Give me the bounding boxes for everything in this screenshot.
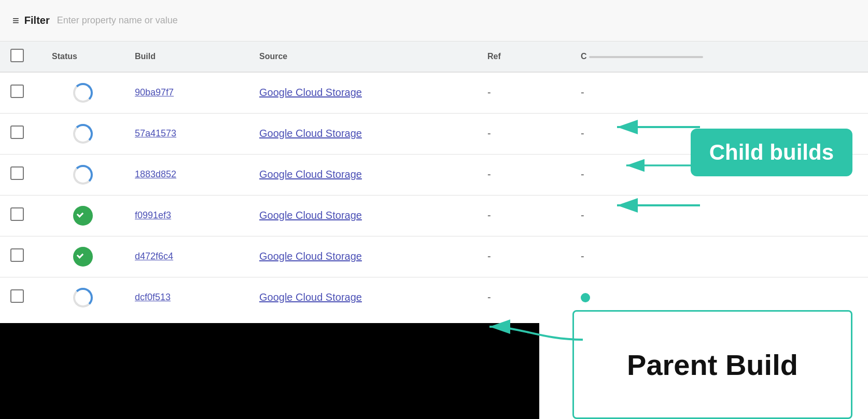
row-status-2 <box>41 154 124 195</box>
row-status-1 <box>41 113 124 154</box>
row-status-4 <box>41 236 124 277</box>
row-source-3: Google Cloud Storage <box>249 195 477 236</box>
build-link-3[interactable]: f0991ef3 <box>135 210 171 220</box>
row-source-5: Google Cloud Storage <box>249 277 477 318</box>
row-checkbox-2[interactable] <box>10 166 24 180</box>
black-bar <box>0 323 539 419</box>
row-checkbox-cell-5 <box>0 277 41 318</box>
table-header-row: Status Build Source Ref C <box>0 41 868 72</box>
status-column-header: Status <box>41 41 124 72</box>
success-check-icon <box>73 247 93 267</box>
source-column-header: Source <box>249 41 477 72</box>
select-all-header[interactable] <box>0 41 41 72</box>
row-build-1: 57a41573 <box>124 113 249 154</box>
row-c-0: - <box>570 72 868 113</box>
row-c-4: - <box>570 236 868 277</box>
ref-column-header: Ref <box>477 41 570 72</box>
source-link-1[interactable]: Google Cloud Storage <box>259 128 362 139</box>
row-build-3: f0991ef3 <box>124 195 249 236</box>
c-column-header: C <box>570 41 868 72</box>
filter-label: Filter <box>24 15 50 26</box>
loading-spinner-icon <box>73 83 93 103</box>
build-link-1[interactable]: 57a41573 <box>135 128 176 138</box>
row-ref-5: - <box>477 277 570 318</box>
row-c-2: - <box>570 154 868 195</box>
row-c-1: - <box>570 113 868 154</box>
row-checkbox-cell-4 <box>0 236 41 277</box>
row-checkbox-cell-3 <box>0 195 41 236</box>
build-link-2[interactable]: 1883d852 <box>135 169 176 179</box>
c-value-2: - <box>581 169 584 180</box>
row-checkbox-3[interactable] <box>10 207 24 221</box>
row-ref-1: - <box>477 113 570 154</box>
c-value-1: - <box>581 128 584 139</box>
row-source-1: Google Cloud Storage <box>249 113 477 154</box>
row-ref-3: - <box>477 195 570 236</box>
ref-value-0: - <box>487 87 491 98</box>
source-link-2[interactable]: Google Cloud Storage <box>259 169 362 180</box>
filter-icon: ≡ <box>12 14 19 27</box>
table-body: 90ba97f7Google Cloud Storage--57a41573Go… <box>0 72 868 318</box>
source-link-0[interactable]: Google Cloud Storage <box>259 87 362 98</box>
table-row: d472f6c4Google Cloud Storage-- <box>0 236 868 277</box>
table-row: 1883d852Google Cloud Storage-- <box>0 154 868 195</box>
ref-value-4: - <box>487 250 491 262</box>
row-ref-0: - <box>477 72 570 113</box>
loading-spinner-icon <box>73 124 93 144</box>
filter-input-placeholder[interactable]: Enter property name or value <box>57 15 178 26</box>
row-ref-2: - <box>477 154 570 195</box>
ref-value-2: - <box>487 169 491 180</box>
table-row: 57a41573Google Cloud Storage-- <box>0 113 868 154</box>
loading-spinner-icon <box>73 165 93 185</box>
table-row: f0991ef3Google Cloud Storage-- <box>0 195 868 236</box>
row-source-2: Google Cloud Storage <box>249 154 477 195</box>
row-status-3 <box>41 195 124 236</box>
builds-table-container: Status Build Source Ref C 90ba97f7Google… <box>0 41 868 318</box>
row-build-4: d472f6c4 <box>124 236 249 277</box>
row-checkbox-1[interactable] <box>10 125 24 139</box>
c-value-0: - <box>581 87 584 98</box>
row-status-0 <box>41 72 124 113</box>
build-link-0[interactable]: 90ba97f7 <box>135 87 174 97</box>
row-checkbox-cell-0 <box>0 72 41 113</box>
build-link-5[interactable]: dcf0f513 <box>135 292 171 302</box>
row-ref-4: - <box>477 236 570 277</box>
ref-value-5: - <box>487 291 491 303</box>
success-check-icon <box>73 206 93 226</box>
table-row: 90ba97f7Google Cloud Storage-- <box>0 72 868 113</box>
source-link-5[interactable]: Google Cloud Storage <box>259 291 362 303</box>
c-value-3: - <box>581 210 584 221</box>
source-link-4[interactable]: Google Cloud Storage <box>259 250 362 262</box>
parent-build-label: Parent Build <box>627 348 798 382</box>
row-checkbox-0[interactable] <box>10 85 24 98</box>
row-checkbox-cell-1 <box>0 113 41 154</box>
c-value-4: - <box>581 250 584 262</box>
source-link-3[interactable]: Google Cloud Storage <box>259 210 362 221</box>
parent-build-indicator-dot <box>581 293 590 302</box>
filter-bar: ≡ Filter Enter property name or value <box>0 0 868 41</box>
build-column-header: Build <box>124 41 249 72</box>
row-source-4: Google Cloud Storage <box>249 236 477 277</box>
parent-arrow <box>479 316 583 347</box>
scrollbar-indicator[interactable] <box>589 56 703 58</box>
loading-spinner-icon <box>73 288 93 308</box>
row-checkbox-cell-2 <box>0 154 41 195</box>
row-c-5 <box>570 277 868 318</box>
row-build-2: 1883d852 <box>124 154 249 195</box>
row-c-3: - <box>570 195 868 236</box>
row-checkbox-5[interactable] <box>10 289 24 303</box>
parent-build-box: Parent Build <box>572 310 852 419</box>
row-status-5 <box>41 277 124 318</box>
row-build-0: 90ba97f7 <box>124 72 249 113</box>
row-build-5: dcf0f513 <box>124 277 249 318</box>
builds-table: Status Build Source Ref C 90ba97f7Google… <box>0 41 868 318</box>
ref-value-1: - <box>487 128 491 139</box>
row-checkbox-4[interactable] <box>10 248 24 262</box>
row-source-0: Google Cloud Storage <box>249 72 477 113</box>
ref-value-3: - <box>487 210 491 221</box>
select-all-checkbox[interactable] <box>10 49 24 62</box>
build-link-4[interactable]: d472f6c4 <box>135 251 173 261</box>
table-row: dcf0f513Google Cloud Storage- <box>0 277 868 318</box>
